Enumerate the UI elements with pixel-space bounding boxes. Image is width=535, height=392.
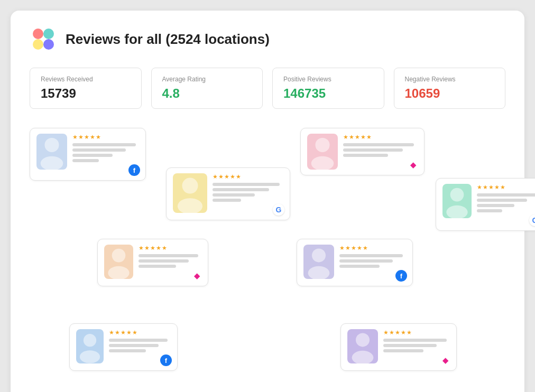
review-content: ★★★★★: [477, 184, 535, 225]
review-stars: ★★★★★: [213, 173, 283, 180]
svg-point-17: [80, 350, 100, 363]
source-google-icon: G: [273, 204, 284, 216]
review-line: [477, 199, 527, 202]
source-facebook-icon: f: [395, 270, 407, 282]
review-stars: ★★★★★: [72, 134, 139, 141]
review-card-2: ★★★★★ G: [166, 167, 290, 220]
stat-label-0: Reviews Received: [41, 76, 131, 83]
svg-point-16: [84, 334, 96, 347]
review-line: [109, 344, 159, 347]
review-avatar: [307, 134, 338, 170]
svg-point-18: [356, 333, 370, 347]
stat-card-1: Average Rating 4.8: [151, 68, 263, 109]
review-line: [213, 188, 269, 191]
stat-label-1: Average Rating: [162, 76, 252, 83]
review-avatar: [76, 329, 104, 363]
svg-point-15: [308, 266, 330, 279]
app-logo: [30, 25, 57, 53]
review-line: [477, 209, 502, 212]
main-card: Reviews for all (2524 locations) Reviews…: [11, 11, 524, 392]
review-stars: ★★★★★: [109, 329, 171, 336]
review-line: [139, 265, 176, 268]
svg-point-14: [312, 248, 326, 262]
review-avatar: [347, 329, 378, 363]
review-line: [109, 339, 168, 342]
svg-point-12: [112, 249, 126, 263]
review-line: [109, 349, 146, 352]
review-lines: [339, 254, 406, 268]
svg-point-2: [33, 39, 43, 50]
review-card-6: ★★★★★ f: [297, 239, 413, 286]
review-avatar: [442, 184, 472, 218]
review-card-4: ★★★★★ G: [436, 178, 535, 231]
stat-label-2: Positive Reviews: [283, 76, 373, 83]
review-stars: ★★★★★: [477, 184, 535, 191]
review-line: [139, 254, 198, 257]
review-line: [343, 148, 403, 152]
page-title: Reviews for all (2524 locations): [66, 31, 270, 48]
svg-point-5: [41, 156, 63, 170]
review-line: [339, 265, 380, 268]
page-header: Reviews for all (2524 locations): [30, 25, 505, 53]
source-facebook-icon: f: [128, 164, 140, 176]
review-line: [72, 148, 126, 152]
review-line: [213, 199, 241, 202]
source-diamond-icon: ◆: [439, 354, 451, 366]
stat-value-1: 4.8: [162, 86, 252, 101]
review-line: [343, 143, 414, 146]
review-line: [477, 204, 514, 207]
review-lines: [477, 193, 535, 212]
source-diamond-icon: ◆: [407, 159, 419, 171]
review-card-1: ★★★★★ f: [30, 128, 146, 181]
svg-point-19: [352, 351, 374, 363]
svg-point-9: [311, 156, 334, 170]
review-lines: [343, 143, 418, 157]
svg-point-7: [178, 198, 202, 213]
review-line: [477, 193, 535, 197]
svg-point-0: [33, 29, 43, 39]
review-line: [383, 344, 437, 347]
review-avatar: [104, 245, 133, 279]
review-card-3: ★★★★★ ◆: [300, 128, 425, 175]
review-line: [339, 254, 403, 257]
stat-value-3: 10659: [405, 86, 495, 101]
review-lines: [139, 254, 201, 268]
svg-point-8: [315, 138, 329, 152]
review-lines: [213, 183, 283, 202]
svg-point-11: [446, 206, 467, 218]
source-facebook-icon: f: [160, 354, 172, 366]
review-stars: ★★★★★: [343, 134, 418, 141]
review-line: [213, 183, 280, 186]
review-card-5: ★★★★★ ◆: [97, 239, 208, 286]
review-line: [383, 349, 423, 352]
review-line: [72, 154, 113, 157]
review-line: [139, 259, 189, 263]
svg-point-13: [108, 266, 129, 279]
review-content: ★★★★★: [343, 134, 418, 170]
reviews-area: ★★★★★ f ★★★★★ G ★★★★★: [30, 128, 505, 381]
review-stars: ★★★★★: [339, 245, 406, 251]
review-stars: ★★★★★: [139, 245, 201, 251]
review-line: [383, 339, 447, 342]
review-card-8: ★★★★★ ◆: [340, 323, 457, 371]
svg-point-10: [450, 188, 464, 202]
svg-point-3: [43, 39, 54, 50]
review-avatar: [303, 245, 334, 279]
stats-row: Reviews Received 15739 Average Rating 4.…: [30, 68, 505, 109]
review-line: [72, 159, 99, 162]
source-diamond-icon: ◆: [191, 270, 202, 282]
review-card-7: ★★★★★ f: [69, 323, 178, 371]
stat-value-0: 15739: [41, 86, 131, 101]
review-avatar: [173, 173, 207, 213]
svg-point-1: [43, 29, 54, 39]
svg-point-6: [182, 178, 198, 194]
review-lines: [72, 143, 139, 162]
review-lines: [383, 339, 450, 352]
review-line: [343, 154, 388, 157]
review-line: [339, 259, 393, 263]
stat-card-2: Positive Reviews 146735: [272, 68, 384, 109]
svg-point-4: [44, 138, 59, 152]
stat-value-2: 146735: [283, 86, 373, 101]
stat-label-3: Negative Reviews: [405, 76, 495, 83]
review-line: [72, 143, 136, 146]
